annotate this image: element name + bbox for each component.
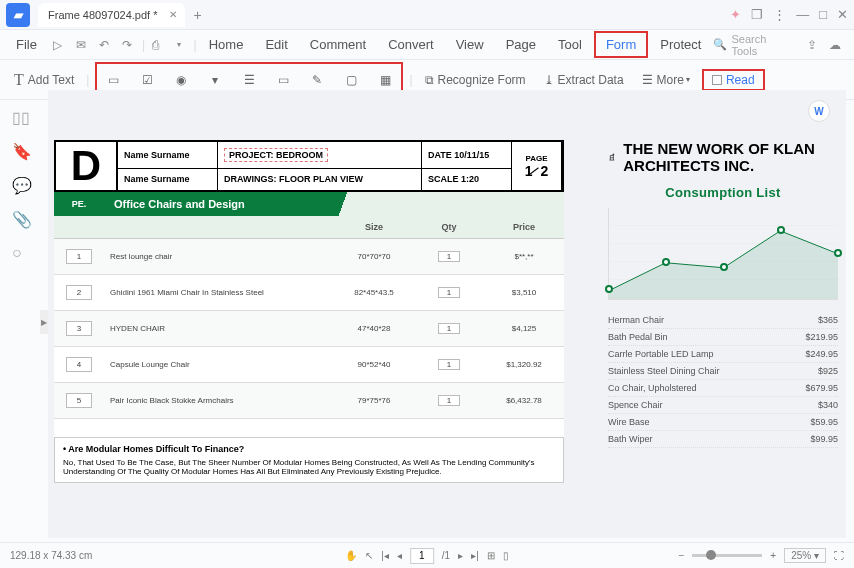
- fullscreen-icon[interactable]: ⛶: [834, 550, 844, 561]
- mail-icon[interactable]: ✉: [72, 36, 89, 54]
- minimize-button[interactable]: —: [796, 7, 809, 22]
- maximize-button[interactable]: □: [819, 7, 827, 22]
- select-tool-icon[interactable]: ↖: [365, 550, 373, 561]
- right-panel: THE NEW WORK OF KLAN ARCHITECTS INC. Con…: [608, 140, 838, 448]
- page-total: /1: [442, 550, 450, 561]
- zoom-select[interactable]: 25% ▾: [784, 548, 826, 563]
- consumption-title: Consumption List: [608, 185, 838, 200]
- thumbnails-icon[interactable]: ▯▯: [12, 108, 28, 124]
- price-row: Stainless Steel Dining Chair$925: [608, 363, 838, 380]
- zoom-slider[interactable]: [692, 554, 762, 557]
- company-title: THE NEW WORK OF KLAN ARCHITECTS INC.: [623, 140, 838, 175]
- extract-icon: ⤓: [544, 73, 554, 87]
- share-icon[interactable]: ⇪: [804, 36, 821, 54]
- fit-page-icon[interactable]: ▯: [503, 550, 509, 561]
- prev-page-button[interactable]: ◂: [397, 550, 402, 561]
- page-input[interactable]: [410, 548, 434, 564]
- more-icon: ☰: [642, 73, 653, 87]
- menu-dots-icon[interactable]: ⋮: [773, 7, 786, 22]
- search-icon: 🔍: [713, 38, 727, 51]
- price-row: Wire Base$59.95: [608, 414, 838, 431]
- add-tab-button[interactable]: +: [193, 7, 201, 23]
- table-row: 5Pair Iconic Black Stokke Armchairs79*75…: [54, 383, 564, 419]
- comments-icon[interactable]: 💬: [12, 176, 28, 192]
- faq-question: • Are Modular Homes Difficult To Finance…: [63, 444, 555, 454]
- sparkle-icon[interactable]: ✦: [730, 7, 741, 22]
- cloud-icon[interactable]: ☁: [827, 36, 844, 54]
- fit-width-icon[interactable]: ⊞: [487, 550, 495, 561]
- items-table: PE. Office Chairs and Design Size Qty Pr…: [54, 192, 564, 419]
- name-surname-1: Name Surname: [118, 142, 218, 168]
- bookmarks-icon[interactable]: 🔖: [12, 142, 28, 158]
- price-row: Herman Chair$365: [608, 312, 838, 329]
- table-row: 3HYDEN CHAIR47*40*281$4,125: [54, 311, 564, 347]
- close-button[interactable]: ✕: [837, 7, 848, 22]
- page-fraction: PAGE1⁄2: [512, 142, 562, 190]
- app-icon: ▰: [6, 3, 30, 27]
- zoom-out-button[interactable]: −: [679, 550, 685, 561]
- menu-edit[interactable]: Edit: [255, 33, 297, 56]
- search-panel-icon[interactable]: ○: [12, 244, 28, 260]
- th-qty: Qty: [414, 216, 484, 239]
- document-page: D Name Surname PROJECT: BEDROOM DATE 10/…: [54, 140, 564, 483]
- hand-tool-icon[interactable]: ✋: [345, 550, 357, 561]
- drawings-cell: DRAWINGS: FLOOR PLAN VIEW: [218, 168, 422, 191]
- search-tools[interactable]: 🔍 Search Tools: [713, 33, 791, 57]
- table-row: 2Ghidini 1961 Miami Chair In Stainless S…: [54, 275, 564, 311]
- close-tab-icon[interactable]: ✕: [169, 9, 177, 20]
- attachments-icon[interactable]: 📎: [12, 210, 28, 226]
- project-cell: PROJECT: BEDROOM: [218, 142, 422, 168]
- menu-page[interactable]: Page: [496, 33, 546, 56]
- save-icon[interactable]: ▷: [49, 36, 66, 54]
- first-page-button[interactable]: |◂: [381, 550, 389, 561]
- th-size: Size: [334, 216, 414, 239]
- price-list: Herman Chair$365Bath Pedal Bin$219.95Car…: [608, 312, 838, 448]
- menu-view[interactable]: View: [446, 33, 494, 56]
- chart-point: [777, 226, 785, 234]
- menu-convert[interactable]: Convert: [378, 33, 444, 56]
- faq-box: • Are Modular Homes Difficult To Finance…: [54, 437, 564, 483]
- architect-icon: [608, 150, 617, 164]
- document-tab[interactable]: Frame 48097024.pdf * ✕: [38, 3, 185, 27]
- next-page-button[interactable]: ▸: [458, 550, 463, 561]
- faq-answer: No, That Used To Be The Case, But The Sh…: [63, 458, 555, 476]
- price-row: Co Chair, Upholstered$679.95: [608, 380, 838, 397]
- th-pe: PE.: [54, 192, 104, 216]
- print-icon[interactable]: ⎙: [147, 36, 164, 54]
- chart-point: [834, 249, 842, 257]
- th-title: Office Chairs and Design: [104, 192, 334, 216]
- price-row: Carrle Portable LED Lamp$249.95: [608, 346, 838, 363]
- menu-file[interactable]: File: [6, 33, 47, 56]
- zoom-in-button[interactable]: +: [770, 550, 776, 561]
- last-page-button[interactable]: ▸|: [471, 550, 479, 561]
- table-row: 4Capsule Lounge Chair90*52*401$1,320.92: [54, 347, 564, 383]
- menu-home[interactable]: Home: [199, 33, 254, 56]
- chart-point: [662, 258, 670, 266]
- undo-icon[interactable]: ↶: [95, 36, 112, 54]
- consumption-chart: [608, 208, 838, 300]
- copy-icon[interactable]: ❐: [751, 7, 763, 22]
- price-row: Spence Chair$340: [608, 397, 838, 414]
- price-row: Bath Wiper$99.95: [608, 431, 838, 448]
- read-mode-button[interactable]: Read: [702, 69, 765, 91]
- chart-point: [605, 285, 613, 293]
- name-surname-2: Name Surname: [118, 168, 218, 191]
- price-row: Bath Pedal Bin$219.95: [608, 329, 838, 346]
- th-price: Price: [484, 216, 564, 239]
- date-cell: DATE 10/11/15: [422, 142, 512, 168]
- chart-point: [720, 263, 728, 271]
- expand-sidebar-button[interactable]: ▶: [40, 310, 48, 334]
- table-row: 1Rest lounge chair70*70*701$**,**: [54, 239, 564, 275]
- recognize-icon: ⧉: [425, 73, 434, 87]
- menu-tool[interactable]: Tool: [548, 33, 592, 56]
- redo-icon[interactable]: ↷: [119, 36, 136, 54]
- menu-form[interactable]: Form: [594, 31, 648, 58]
- tab-filename: Frame 48097024.pdf *: [48, 9, 157, 21]
- coords-display: 129.18 x 74.33 cm: [10, 550, 92, 561]
- scale-cell: SCALE 1:20: [422, 168, 512, 191]
- word-badge-icon[interactable]: W: [808, 100, 830, 122]
- logo: D: [56, 142, 118, 190]
- dropdown-icon[interactable]: ▾: [170, 36, 187, 54]
- menu-protect[interactable]: Protect: [650, 33, 711, 56]
- menu-comment[interactable]: Comment: [300, 33, 376, 56]
